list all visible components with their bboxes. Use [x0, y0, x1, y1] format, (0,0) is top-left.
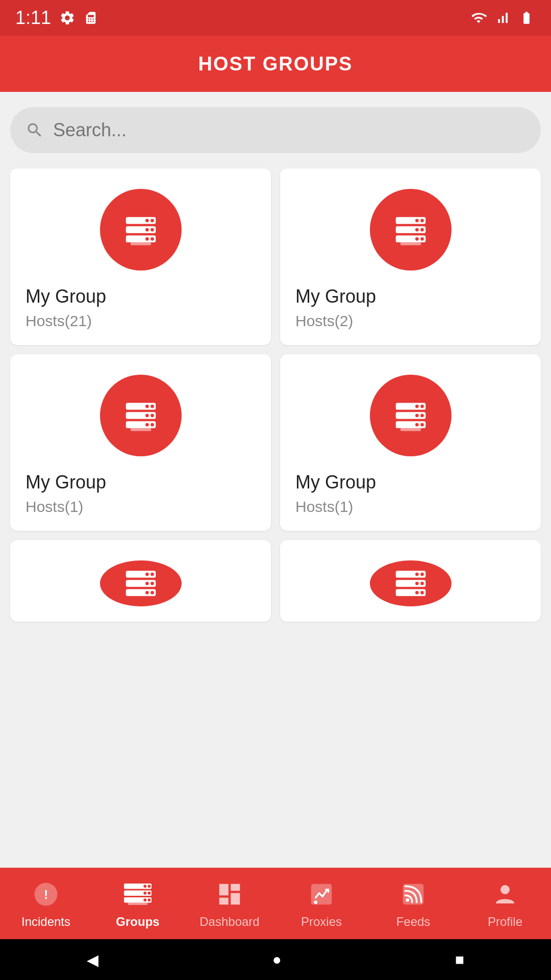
nav-item-profile[interactable]: Profile — [459, 878, 551, 929]
group-icon-5 — [100, 560, 182, 606]
svg-rect-24 — [151, 414, 154, 418]
status-time: 1:11 — [15, 7, 51, 29]
svg-text:!: ! — [44, 888, 48, 901]
group-hosts-2: Hosts(2) — [292, 312, 353, 330]
svg-rect-32 — [415, 405, 419, 408]
groups-grid: My Group Hosts(21) My Group — [10, 168, 541, 622]
svg-rect-25 — [145, 414, 149, 418]
nav-item-dashboard[interactable]: Dashboard — [184, 878, 276, 929]
nav-item-groups[interactable]: Groups — [92, 878, 184, 929]
svg-rect-35 — [415, 414, 419, 418]
proxies-icon — [305, 878, 338, 911]
feeds-icon — [397, 878, 430, 911]
svg-rect-29 — [130, 428, 151, 431]
svg-rect-5 — [145, 228, 149, 232]
nav-label-feeds: Feeds — [396, 915, 431, 929]
group-hosts-1: Hosts(21) — [22, 312, 92, 330]
svg-rect-41 — [151, 573, 154, 576]
svg-rect-44 — [151, 582, 154, 585]
svg-rect-62 — [143, 885, 146, 888]
svg-rect-28 — [145, 423, 149, 427]
signal-icon — [495, 10, 510, 26]
svg-rect-18 — [415, 237, 419, 241]
svg-rect-51 — [415, 573, 419, 576]
group-card-4[interactable]: My Group Hosts(1) — [280, 354, 541, 531]
group-hosts-4: Hosts(1) — [292, 498, 353, 516]
dashboard-icon — [213, 878, 246, 911]
svg-rect-67 — [148, 898, 151, 901]
profile-icon — [489, 878, 521, 911]
search-icon — [26, 121, 44, 139]
nav-item-feeds[interactable]: Feeds — [367, 878, 459, 929]
svg-rect-50 — [420, 573, 424, 576]
sim-card-icon — [84, 10, 98, 26]
group-hosts-3: Hosts(1) — [22, 498, 83, 516]
bottom-nav: ! Incidents Groups — [0, 868, 551, 939]
group-card-2[interactable]: My Group Hosts(2) — [280, 168, 541, 345]
svg-rect-61 — [148, 885, 151, 888]
svg-rect-57 — [415, 591, 419, 595]
group-icon-1 — [100, 189, 182, 271]
group-card-3[interactable]: My Group Hosts(1) — [10, 354, 271, 531]
svg-rect-39 — [400, 428, 421, 431]
svg-rect-69 — [128, 903, 148, 905]
svg-rect-53 — [420, 582, 424, 585]
svg-rect-11 — [420, 219, 424, 223]
svg-rect-4 — [151, 228, 154, 232]
svg-rect-64 — [148, 892, 151, 895]
groups-icon — [121, 878, 154, 911]
svg-rect-66 — [124, 897, 152, 903]
svg-rect-63 — [124, 891, 152, 896]
svg-rect-1 — [151, 219, 154, 223]
wifi-icon — [469, 10, 488, 26]
android-nav-bar: ◀ ● ■ — [0, 939, 551, 980]
svg-rect-21 — [151, 405, 154, 408]
svg-rect-34 — [420, 414, 424, 418]
group-icon-2 — [370, 189, 452, 271]
home-button[interactable]: ● — [272, 951, 281, 968]
group-card-5[interactable] — [10, 540, 271, 622]
svg-rect-12 — [415, 219, 419, 223]
search-input[interactable] — [53, 119, 525, 141]
search-bar[interactable] — [10, 107, 541, 153]
svg-rect-38 — [415, 423, 419, 427]
nav-label-profile: Profile — [488, 915, 522, 929]
svg-rect-8 — [145, 237, 149, 241]
svg-rect-48 — [145, 591, 149, 595]
group-card-1[interactable]: My Group Hosts(21) — [10, 168, 271, 345]
back-button[interactable]: ◀ — [87, 951, 98, 969]
group-name-4: My Group — [292, 472, 376, 493]
svg-point-71 — [314, 900, 317, 904]
page-title: HOST GROUPS — [198, 53, 353, 75]
svg-rect-47 — [151, 591, 154, 595]
svg-rect-60 — [124, 884, 152, 889]
svg-rect-31 — [420, 405, 424, 408]
svg-rect-37 — [420, 423, 424, 427]
main-content: My Group Hosts(21) My Group — [0, 92, 551, 622]
svg-rect-15 — [415, 228, 419, 232]
svg-rect-56 — [420, 591, 424, 595]
svg-rect-9 — [130, 242, 151, 246]
svg-rect-19 — [400, 242, 421, 246]
svg-rect-42 — [145, 573, 149, 576]
svg-rect-27 — [151, 423, 154, 427]
battery-icon — [517, 11, 536, 25]
svg-rect-65 — [143, 892, 146, 895]
nav-item-proxies[interactable]: Proxies — [276, 878, 367, 929]
group-card-6[interactable] — [280, 540, 541, 622]
group-name-3: My Group — [22, 472, 106, 493]
nav-label-dashboard: Dashboard — [199, 915, 259, 929]
svg-rect-7 — [151, 237, 154, 241]
nav-item-incidents[interactable]: ! Incidents — [0, 878, 92, 929]
nav-label-incidents: Incidents — [21, 915, 70, 929]
group-name-1: My Group — [22, 286, 106, 307]
group-icon-4 — [370, 375, 452, 456]
group-icon-6 — [370, 560, 452, 606]
svg-rect-17 — [420, 237, 424, 241]
recents-button[interactable]: ■ — [455, 951, 464, 968]
status-left: 1:11 — [15, 7, 98, 29]
group-icon-3 — [100, 375, 182, 456]
status-right — [469, 10, 536, 26]
svg-rect-54 — [415, 582, 419, 585]
group-name-2: My Group — [292, 286, 376, 307]
